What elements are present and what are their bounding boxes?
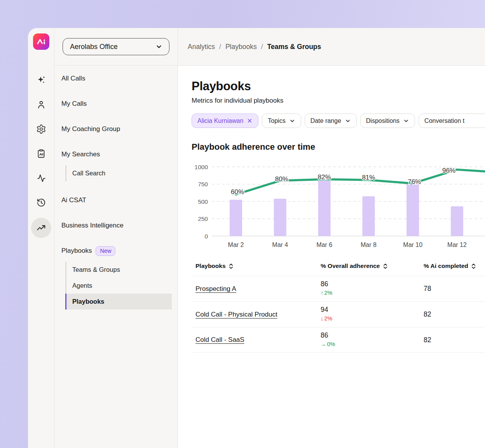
sidebar-item-call-search[interactable]: Call Search xyxy=(66,165,172,181)
chevron-down-icon xyxy=(403,118,409,124)
column-header-ai-completed[interactable]: % Ai completed xyxy=(424,262,485,270)
chart-title: Playbook adherence over time xyxy=(192,142,485,152)
sidebar-item-label: My Calls xyxy=(61,100,87,108)
sidebar-item-label: Playbooks xyxy=(72,298,105,305)
chevron-down-icon xyxy=(155,42,163,51)
sidebar-item-ai-csat[interactable]: Ai CSAT xyxy=(54,192,178,208)
app-window: Aerolabs Office All Calls My Calls My Co… xyxy=(28,28,485,448)
breadcrumb-current: Teams & Groups xyxy=(267,43,321,51)
breadcrumb-playbooks[interactable]: Playbooks xyxy=(225,43,257,51)
adherence-cell: 94 ↓2% xyxy=(321,302,424,327)
sidebar-item-my-calls[interactable]: My Calls xyxy=(54,96,178,112)
close-icon[interactable] xyxy=(247,118,253,124)
bar xyxy=(362,196,375,236)
svg-text:Mar 12: Mar 12 xyxy=(447,242,467,248)
delta-value: 2% xyxy=(324,290,332,296)
filter-chip-label: Conversation t xyxy=(424,117,464,124)
adherence-value: 94 xyxy=(321,306,424,314)
playbook-link[interactable]: Cold Call - SaaS xyxy=(195,336,244,344)
column-label: % Ai completed xyxy=(424,262,468,270)
filter-chip-label: Topics xyxy=(268,117,285,124)
sparkles-ai-nav-button[interactable] xyxy=(33,72,49,88)
playbook-clipboard-icon xyxy=(36,149,46,159)
column-header-playbooks[interactable]: Playbooks xyxy=(192,262,321,270)
my-searches-sublist: Call Search xyxy=(65,165,172,181)
sort-icon xyxy=(383,263,388,270)
gear-icon xyxy=(36,124,46,134)
svg-text:Mar 2: Mar 2 xyxy=(228,242,244,248)
sidebar-item-teams-groups[interactable]: Teams & Groups xyxy=(66,262,172,278)
icon-rail xyxy=(28,28,54,448)
adherence-delta: →0% xyxy=(321,341,424,347)
sidebar-item-all-calls[interactable]: All Calls xyxy=(54,71,178,86)
breadcrumb-separator: / xyxy=(219,43,221,51)
svg-text:500: 500 xyxy=(198,198,208,205)
adherence-cell: 86 ↑2% xyxy=(321,276,424,301)
person-icon xyxy=(36,100,46,110)
bar xyxy=(318,181,331,236)
sort-icon xyxy=(229,263,234,270)
playbooks-nav-button[interactable] xyxy=(33,146,49,161)
sidebar-item-label: All Calls xyxy=(61,75,85,82)
filter-chip-topics[interactable]: Topics xyxy=(262,114,301,128)
playbook-link[interactable]: Cold Call - Physical Product xyxy=(195,311,277,318)
svg-text:Mar 4: Mar 4 xyxy=(272,242,288,248)
filter-chip-label: Dispositions xyxy=(366,117,400,124)
ai-logo-icon xyxy=(35,36,47,47)
breadcrumb-analytics[interactable]: Analytics xyxy=(188,43,215,51)
sort-icon xyxy=(471,263,476,270)
page-title: Playbooks xyxy=(192,79,485,93)
svg-text:0: 0 xyxy=(204,233,208,240)
trending-up-icon xyxy=(36,223,46,233)
desktop-background: { "colors": { "accent_purple": "#6d48d7"… xyxy=(0,0,485,448)
history-nav-button[interactable] xyxy=(33,195,49,210)
svg-text:82%: 82% xyxy=(318,173,331,181)
delta-arrow-icon: ↑ xyxy=(321,290,323,296)
contacts-nav-button[interactable] xyxy=(33,97,49,112)
sidebar-item-label: My Searches xyxy=(61,150,100,158)
column-header-overall-adherence[interactable]: % Overall adherence xyxy=(321,262,424,270)
sparkles-icon xyxy=(36,75,46,85)
adherence-delta: ↓2% xyxy=(321,315,424,322)
adherence-chart: 02505007501000Mar 2Mar 4Mar 6Mar 8Mar 10… xyxy=(192,158,485,252)
bar xyxy=(451,206,463,236)
delta-arrow-icon: → xyxy=(321,341,326,347)
sidebar-item-agents[interactable]: Agents xyxy=(66,278,172,294)
sidebar-item-label: Teams & Groups xyxy=(72,266,120,273)
column-label: % Overall adherence xyxy=(321,262,380,270)
adherence-delta: ↑2% xyxy=(321,290,424,296)
playbooks-table: Playbooks % Overall adherence % Ai compl… xyxy=(192,262,485,353)
svg-text:250: 250 xyxy=(198,215,208,222)
analytics-nav-button[interactable] xyxy=(31,218,51,238)
sidebar-item-my-coaching-group[interactable]: My Coaching Group xyxy=(54,121,178,137)
table-row: Cold Call - Physical Product 94 ↓2% 82 xyxy=(192,301,485,327)
page-content: Playbooks Metrics for individual playboo… xyxy=(178,66,485,448)
playbook-link[interactable]: Prospecting A xyxy=(195,285,236,293)
filter-chip-dispositions[interactable]: Dispositions xyxy=(360,114,415,128)
sidebar-item-label: Agents xyxy=(72,282,92,289)
table-header-row: Playbooks % Overall adherence % Ai compl… xyxy=(192,262,485,276)
svg-text:750: 750 xyxy=(198,181,208,187)
adherence-value: 86 xyxy=(321,280,424,288)
settings-nav-button[interactable] xyxy=(33,121,49,137)
sidebar-item-my-searches[interactable]: My Searches xyxy=(54,147,178,162)
chevron-down-icon xyxy=(289,118,295,124)
page-subtitle: Metrics for individual playbooks xyxy=(192,97,485,105)
svg-text:81%: 81% xyxy=(362,174,375,181)
workspace-selector[interactable]: Aerolabs Office xyxy=(63,38,169,55)
breadcrumb-bar: Analytics / Playbooks / Teams & Groups xyxy=(178,28,485,66)
activity-nav-button[interactable] xyxy=(33,170,49,186)
rail-icon-list xyxy=(31,72,51,238)
sidebar-item-label: My Coaching Group xyxy=(61,125,120,133)
sidebar-item-playbooks-sub[interactable]: Playbooks xyxy=(66,294,172,310)
ai-completed-value: 82 xyxy=(424,302,485,327)
sidebar: Aerolabs Office All Calls My Calls My Co… xyxy=(54,28,178,448)
sidebar-item-business-intelligence[interactable]: Business Intelligence xyxy=(54,218,178,233)
filter-chip-person[interactable]: Alicia Kurniawan xyxy=(192,114,258,128)
delta-value: 0% xyxy=(327,341,335,347)
svg-text:Mar 6: Mar 6 xyxy=(316,242,332,248)
filter-chip-conversation-type[interactable]: Conversation t xyxy=(419,114,485,128)
sidebar-item-playbooks[interactable]: Playbooks New xyxy=(54,243,178,259)
sidebar-nav: All Calls My Calls My Coaching Group My … xyxy=(54,66,178,321)
filter-chip-date-range[interactable]: Date range xyxy=(305,114,357,128)
